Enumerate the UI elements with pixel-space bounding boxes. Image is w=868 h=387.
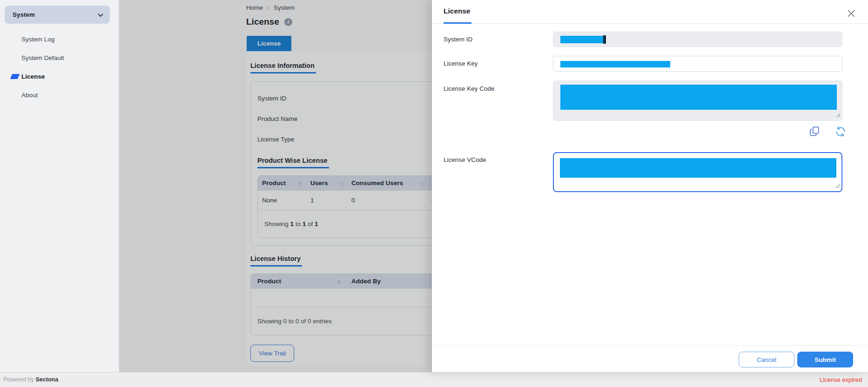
resize-handle[interactable] [835,182,840,190]
app-screen: System System Log System Default License… [0,0,868,387]
drawer-label-license-vcode: License VCode [444,156,486,163]
license-key-input[interactable] [553,56,842,72]
drawer-label-license-key-code: License Key Code [444,85,495,92]
active-tab-indicator [444,22,471,24]
brand-name: Sectona [35,376,58,383]
redacted-value-bar [560,36,603,43]
sidebar-menu: System Log System Default License About [0,30,119,104]
sidebar-item-system-default[interactable]: System Default [0,48,119,67]
license-key-code-textarea[interactable] [553,80,842,121]
license-parallelogram-icon [10,74,20,79]
cancel-button[interactable]: Cancel [739,352,794,367]
redacted-value-bar [560,158,836,178]
modal-backdrop[interactable] [119,0,432,372]
sidebar-group-system[interactable]: System [5,6,110,24]
license-key-code-actions [809,126,846,137]
drawer-label-system-id: System ID [444,36,472,43]
sidebar-item-about[interactable]: About [0,86,119,104]
redacted-value-bar [560,85,837,110]
sidebar: System System Log System Default License… [0,0,119,372]
system-id-input [553,32,842,47]
app-footer: Powered by Sectona License expired [0,372,868,387]
license-vcode-textarea[interactable] [553,152,842,192]
license-drawer: License System ID License Key License Ke… [432,0,868,372]
drawer-title: License [444,7,471,15]
close-icon[interactable] [847,9,855,18]
sidebar-item-system-log[interactable]: System Log [0,30,119,48]
chevron-down-icon [98,11,103,19]
license-status-badge: License expired [820,376,862,383]
drawer-label-license-key: License Key [444,60,478,67]
submit-button[interactable]: Submit [797,352,853,367]
redacted-value-bar [560,61,670,67]
powered-by: Powered by Sectona [3,376,58,383]
sidebar-item-license[interactable]: License [0,67,119,86]
drawer-header: License [432,0,868,24]
refresh-icon[interactable] [835,126,846,137]
sidebar-group-label: System [13,11,35,18]
drawer-footer: Cancel Submit [432,345,868,372]
copy-icon[interactable] [809,126,821,137]
redaction-cursor [603,35,606,44]
resize-handle[interactable] [836,111,841,120]
